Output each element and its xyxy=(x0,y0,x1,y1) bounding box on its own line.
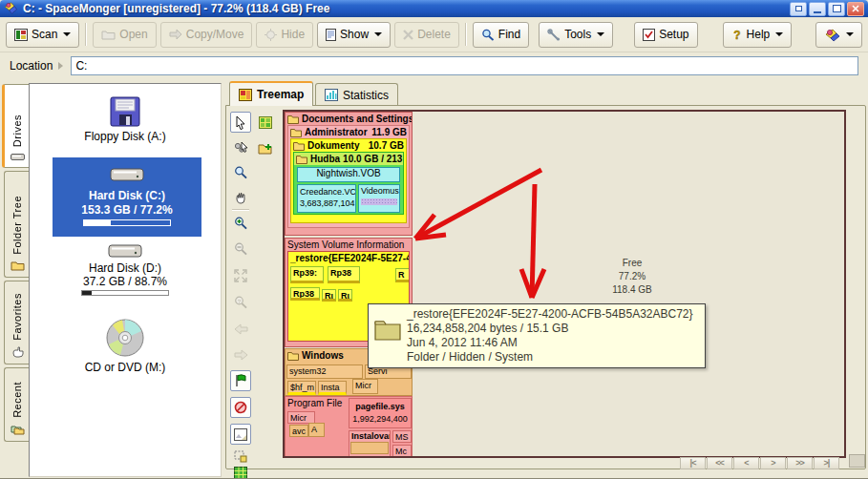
tools-button[interactable]: Tools xyxy=(539,22,613,48)
color-grid-button[interactable] xyxy=(230,462,251,479)
scan-icon xyxy=(14,29,28,41)
pan-tool-button[interactable] xyxy=(230,187,251,208)
hide-button[interactable]: Hide xyxy=(256,22,313,48)
show-button[interactable]: Show xyxy=(317,22,391,48)
tab-treemap[interactable]: Treemap xyxy=(229,81,313,106)
zoom-fit-button[interactable] xyxy=(230,265,251,286)
scrollbar-stub[interactable] xyxy=(849,454,865,468)
treemap-rp38[interactable]: Rp38 xyxy=(328,266,360,283)
nav-next-page-button[interactable]: >> xyxy=(787,457,813,469)
treemap-system32[interactable]: system32 xyxy=(286,364,363,379)
recent-tab-label: Recent xyxy=(11,382,23,418)
sidebar-tab-folder-tree[interactable]: Folder Tree xyxy=(4,171,30,278)
app-icon xyxy=(4,2,18,15)
sidebar-tab-recent[interactable]: Recent xyxy=(4,367,30,442)
treemap-avc-folder[interactable]: avc xyxy=(289,425,308,437)
creedance-size: 3,683,887,104 l xyxy=(300,198,356,208)
pointer-tool-button[interactable] xyxy=(230,112,251,133)
nav-first-button[interactable]: |< xyxy=(680,457,706,469)
hard-disk-c-label: Hard Disk (C:) xyxy=(53,189,201,202)
treemap-tab-label: Treemap xyxy=(257,88,304,101)
close-button[interactable] xyxy=(847,2,864,16)
favorites-tab-label: Favorites xyxy=(11,293,23,341)
treemap-pagefile[interactable]: pagefile.sys 1,992,294,400 byt xyxy=(349,398,412,428)
flag-toggle-button[interactable] xyxy=(230,370,251,391)
treemap-grid-button[interactable] xyxy=(255,112,276,133)
treemap-insta-folder[interactable]: Insta xyxy=(318,381,347,395)
disk-c-usage-bar xyxy=(83,219,171,226)
new-folder-button[interactable] xyxy=(255,137,276,158)
nav-next-button[interactable]: > xyxy=(760,457,786,469)
cd-drive-item[interactable]: CD or DVD (M:) xyxy=(30,318,221,374)
drive-icon xyxy=(11,153,25,161)
hide-label: Hide xyxy=(281,28,305,41)
treemap-view[interactable]: Free 77.2% 118.4 GB Documents and Settin… xyxy=(283,110,846,458)
block-toggle-button[interactable] xyxy=(230,397,251,418)
zoom-question-button[interactable]: ? xyxy=(230,292,251,313)
zoom-in-icon xyxy=(234,217,247,230)
app-menu-button[interactable] xyxy=(815,22,862,48)
treemap-mc-folder[interactable]: Mc xyxy=(392,445,412,457)
treemap-instalovane[interactable]: Instalované xyxy=(349,430,391,458)
videomus-contents xyxy=(361,198,397,205)
treemap-hf-folder[interactable]: $hf_m xyxy=(287,381,316,395)
open-button[interactable]: Open xyxy=(93,22,156,48)
sidebar-tab-favorites[interactable]: Favorites xyxy=(4,281,30,364)
nav-prev-page-button[interactable]: << xyxy=(707,457,732,469)
find-button[interactable]: Find xyxy=(473,22,529,48)
treemap-rp-small[interactable]: R xyxy=(395,268,410,282)
statistics-tab-label: Statistics xyxy=(343,89,389,102)
restore-button[interactable] xyxy=(790,2,807,16)
find-magnifier-icon xyxy=(481,29,495,41)
maximize-button[interactable] xyxy=(828,2,845,16)
hard-disk-c-item[interactable]: Hard Disk (C:) 153.3 GB / 77.2% xyxy=(53,157,201,237)
treemap-a-folder[interactable]: A xyxy=(308,423,325,437)
treemap-administrator[interactable]: Administrator11.9 GB Dokumenty10.7 GB Hu… xyxy=(287,125,410,228)
title-bar[interactable]: C: - SpaceMonger [unregistered] - 77.2% … xyxy=(0,0,868,17)
treemap-hudba[interactable]: Hudba10.0 GB / 213 Nightwish.VOB Creedan… xyxy=(293,152,404,215)
treemap-docs-and-settings[interactable]: Documents and Settings Administrator11.9… xyxy=(285,112,413,236)
zoom-in-button[interactable] xyxy=(230,213,251,234)
treemap-rp-small[interactable]: Rι xyxy=(338,289,352,302)
zoom-out-button[interactable] xyxy=(230,239,251,260)
preview-toggle-button[interactable] xyxy=(230,424,251,445)
inspect-tool-button[interactable] xyxy=(230,137,251,158)
show-label: Show xyxy=(340,28,369,41)
treemap-tab-icon xyxy=(239,89,252,101)
videomus-label: Videomus xyxy=(361,186,399,196)
copy-move-button[interactable]: Copy/Move xyxy=(160,22,253,48)
help-button[interactable]: ? Help xyxy=(723,22,793,48)
cd-dvd-icon xyxy=(105,318,145,358)
location-label: Location xyxy=(10,59,53,73)
hard-disk-d-detail: 37.2 GB / 88.7% xyxy=(30,275,221,288)
delete-button[interactable]: Delete xyxy=(394,22,459,48)
treemap-creedance-file[interactable]: Creedance.VC 3,683,887,104 l xyxy=(297,184,356,213)
back-button[interactable] xyxy=(230,319,251,340)
minimize-button[interactable] xyxy=(809,2,826,16)
treemap-ms-folder[interactable]: MS xyxy=(392,430,412,443)
treemap-rp38b[interactable]: Rp38 xyxy=(290,287,320,301)
scan-button[interactable]: Scan xyxy=(6,22,79,48)
location-input[interactable] xyxy=(71,56,858,75)
treemap-micr-folder[interactable]: Micr xyxy=(352,379,378,394)
floppy-drive-item[interactable]: Floppy Disk (A:) xyxy=(30,96,221,143)
hard-disk-icon xyxy=(108,241,142,259)
treemap-dokumenty[interactable]: Dokumenty10.7 GB Hudba10.0 GB / 213 Nigh… xyxy=(290,138,407,223)
treemap-program-files[interactable]: Program File Micr avc A pagefile.sys 1,9… xyxy=(285,396,413,458)
tab-statistics[interactable]: Statistics xyxy=(315,83,398,106)
nav-last-button[interactable]: >| xyxy=(814,457,839,469)
treemap-rp39[interactable]: Rp39: xyxy=(290,266,324,283)
hard-disk-d-label: Hard Disk (D:) xyxy=(30,261,221,275)
forward-button[interactable] xyxy=(230,344,251,365)
floppy-drive-label: Floppy Disk (A:) xyxy=(30,130,221,143)
treemap-rp-small[interactable]: Rι xyxy=(322,289,336,302)
sidebar-tab-drives[interactable]: Drives xyxy=(2,84,30,168)
nav-prev-button[interactable]: < xyxy=(733,457,759,469)
setup-button[interactable]: Setup xyxy=(634,22,697,48)
green-grid-icon xyxy=(234,467,247,479)
hard-disk-d-item[interactable]: Hard Disk (D:) 37.2 GB / 88.7% xyxy=(30,241,221,296)
treemap-videomus-folder[interactable]: Videomus xyxy=(358,184,400,213)
treemap-nightwish-file[interactable]: Nightwish.VOB xyxy=(297,167,400,182)
magnify-tool-button[interactable] xyxy=(230,162,251,183)
windows-label: Windows xyxy=(302,350,344,361)
